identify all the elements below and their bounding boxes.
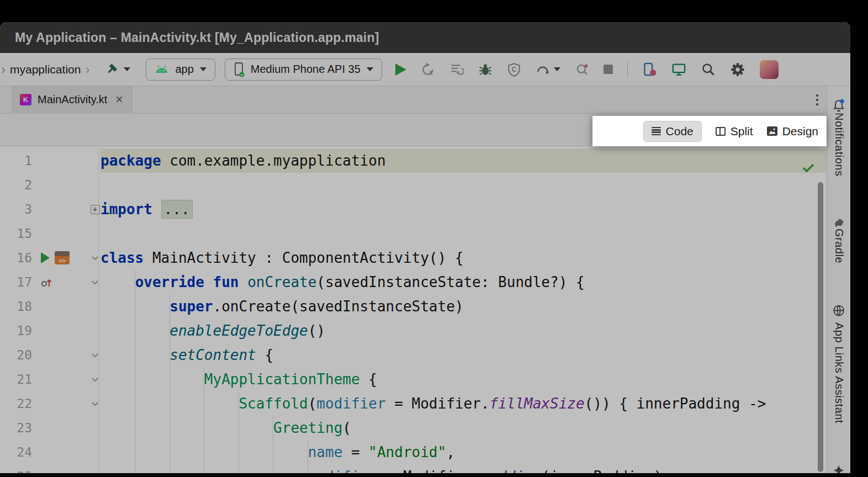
apply-code-changes-icon[interactable]	[449, 62, 464, 77]
kotlin-file-icon: K	[20, 94, 31, 105]
editor-tab-bar: K MainActivity.kt ×	[0, 86, 827, 114]
compose-gutter-icon[interactable]: <>	[55, 251, 70, 264]
device-manager-icon[interactable]	[642, 62, 657, 77]
build-button[interactable]	[105, 62, 130, 77]
line-number: 17	[0, 270, 32, 294]
search-icon[interactable]	[701, 62, 716, 77]
code-text: name = "Android",	[100, 440, 827, 464]
code-editor[interactable]: 1package com.example.myapplication23+imp…	[0, 146, 827, 473]
project-breadcrumb[interactable]: myapplication	[10, 63, 81, 76]
code-line[interactable]: 24 name = "Android",	[0, 440, 827, 464]
code-text: setContent {	[100, 343, 827, 367]
fold-marker[interactable]	[89, 256, 100, 261]
debug-icon[interactable]	[478, 62, 493, 77]
code-text: class MainActivity : ComponentActivity()…	[100, 246, 827, 270]
line-number: 18	[0, 294, 32, 319]
window-title: My Application – MainActivity.kt [My_App…	[15, 30, 379, 45]
profiler-caret-icon	[554, 67, 560, 71]
fold-marker[interactable]: +	[89, 205, 100, 214]
window-titlebar[interactable]: My Application – MainActivity.kt [My_App…	[0, 22, 850, 53]
code-line[interactable]: 20 setContent {	[0, 343, 827, 367]
profiler-icon	[536, 62, 550, 77]
line-number: 24	[0, 440, 32, 464]
run-configuration-label: app	[175, 63, 193, 76]
profiler-button[interactable]	[536, 62, 560, 77]
toolbar-action-icons: A	[395, 60, 779, 79]
more-options-icon[interactable]	[816, 94, 818, 105]
breadcrumb-chevron-icon: ›	[85, 62, 89, 77]
code-line[interactable]: 18 super.onCreate(savedInstanceState)	[0, 294, 827, 319]
device-label: Medium Phone API 35	[251, 63, 361, 76]
running-devices-icon[interactable]	[671, 62, 686, 77]
tab-close-icon[interactable]: ×	[115, 93, 123, 106]
view-mode-split-button[interactable]: Split	[716, 125, 753, 138]
device-select[interactable]: Medium Phone API 35	[225, 59, 382, 81]
code-text: modifier = Modifier.padding(innerPadding…	[100, 464, 827, 473]
run-configuration-select[interactable]: app	[146, 59, 215, 81]
overriding-method-icon[interactable]	[41, 276, 53, 288]
code-text: Greeting(	[100, 416, 827, 440]
code-text: super.onCreate(savedInstanceState)	[100, 294, 827, 319]
app-links-icon[interactable]	[832, 304, 846, 320]
run-gutter-icon[interactable]	[41, 252, 50, 263]
left-edge-chevron-icon: ›	[1, 62, 6, 77]
apply-changes-icon[interactable]: A	[421, 62, 435, 77]
tab-mainactivity[interactable]: K MainActivity.kt ×	[12, 86, 132, 114]
fold-marker[interactable]	[89, 353, 100, 358]
code-view-icon	[652, 127, 661, 135]
stripe-label-notifications[interactable]: Notifications	[833, 113, 845, 176]
svg-text:A: A	[428, 69, 433, 76]
stripe-label-gradle[interactable]: Gradle	[833, 229, 845, 263]
line-number: 20	[0, 343, 32, 367]
tab-label: MainActivity.kt	[38, 93, 107, 106]
code-line[interactable]: 23 Greeting(	[0, 416, 827, 440]
hammer-icon	[105, 62, 119, 77]
view-mode-code-button[interactable]: Code	[643, 121, 702, 142]
editor-scrollbar[interactable]	[818, 182, 823, 472]
code-lines: 1package com.example.myapplication23+imp…	[0, 146, 827, 473]
design-view-label: Design	[782, 125, 818, 138]
code-line[interactable]: 3+import ...	[0, 197, 827, 221]
run-button[interactable]	[395, 63, 406, 76]
line-number: 19	[0, 319, 32, 343]
user-avatar[interactable]	[760, 60, 779, 79]
run-config-caret-icon	[200, 67, 207, 71]
svg-text:C: C	[511, 66, 516, 73]
stop-button[interactable]	[604, 65, 613, 74]
settings-gear-icon[interactable]	[730, 62, 745, 77]
code-line[interactable]: 25 modifier = Modifier.padding(innerPadd…	[0, 464, 827, 473]
split-view-label: Split	[731, 125, 753, 138]
line-number: 16	[0, 246, 32, 270]
line-number: 22	[0, 391, 32, 416]
line-number: 1	[0, 149, 32, 173]
code-line[interactable]: 2	[0, 173, 827, 197]
line-number: 25	[0, 464, 32, 473]
view-mode-design-button[interactable]: Design	[767, 125, 818, 138]
code-line[interactable]: 21 MyApplicationTheme {	[0, 367, 827, 391]
line-number: 2	[0, 173, 32, 197]
line-number: 15	[0, 221, 32, 246]
expand-fold-icon[interactable]: +	[91, 205, 100, 214]
code-line[interactable]: 22 Scaffold(modifier = Modifier.fillMaxS…	[0, 391, 827, 416]
code-text: MyApplicationTheme {	[100, 367, 827, 391]
line-number: 3	[0, 197, 32, 221]
profiler-shield-icon[interactable]: C	[507, 62, 521, 77]
code-line[interactable]: 19 enableEdgeToEdge()	[0, 319, 827, 343]
android-icon	[155, 65, 169, 74]
inspection-ok-icon[interactable]	[802, 156, 814, 180]
code-line[interactable]: 16<>class MainActivity : ComponentActivi…	[0, 246, 827, 270]
stripe-label-app-links[interactable]: App Links Assistant	[833, 322, 845, 423]
gutter-icons	[32, 276, 89, 288]
fold-marker[interactable]	[89, 280, 100, 285]
gemini-sparkle-icon[interactable]	[832, 464, 845, 473]
code-line[interactable]: 17 override fun onCreate(savedInstanceSt…	[0, 270, 827, 294]
fold-marker[interactable]	[89, 401, 100, 406]
fold-marker[interactable]	[89, 377, 100, 382]
design-view-icon	[767, 126, 777, 136]
attach-debugger-icon[interactable]	[575, 62, 589, 77]
code-text: Scaffold(modifier = Modifier.fillMaxSize…	[100, 391, 827, 416]
code-line[interactable]: 15	[0, 221, 827, 246]
code-line[interactable]: 1package com.example.myapplication	[0, 149, 827, 173]
line-number: 23	[0, 416, 32, 440]
split-view-icon	[716, 127, 726, 136]
